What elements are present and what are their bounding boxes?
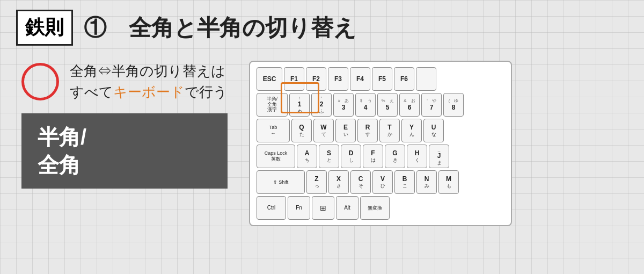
key-g: G き bbox=[385, 145, 405, 168]
key-y: Y ん bbox=[401, 119, 422, 142]
key-u: U な bbox=[423, 119, 444, 142]
key-w: W て bbox=[313, 119, 334, 142]
key-hankaku: 半角/全角漢字 bbox=[257, 93, 288, 117]
row-bottom: Ctrl Fn ⊞ Alt 無変換 bbox=[257, 196, 504, 220]
key-display-line1: 半角/ bbox=[38, 125, 86, 149]
key-1: ! 1 ぬ bbox=[289, 93, 310, 117]
key-shift: ⇧ Shift bbox=[257, 170, 305, 194]
desc-line1: 全角⇔半角の切り替えは bbox=[70, 63, 225, 79]
key-b: B こ bbox=[394, 170, 415, 194]
row-tab: Tab ↔ Q た W て E い R す bbox=[257, 119, 504, 142]
left-section: 全角⇔半角の切り替えは すべてキーボードで行う 半角/ 全角 bbox=[21, 61, 228, 189]
row-caps: Caps Lock 英数 A ち S と D し F は bbox=[257, 145, 504, 168]
key-e: E い bbox=[335, 119, 356, 142]
key-m: M も bbox=[438, 170, 459, 194]
key-alt: Alt bbox=[336, 196, 358, 220]
desc-line2-end: で行う bbox=[185, 84, 228, 100]
row-number: 半角/全角漢字 ! 1 ぬ " 2 ふ # あ 3 ＄ う bbox=[257, 93, 504, 117]
key-display-line2: 全角 bbox=[38, 153, 80, 177]
key-ctrl: Ctrl bbox=[257, 196, 286, 220]
key-n: N み bbox=[416, 170, 437, 194]
desc-line2-highlight: キーボード bbox=[113, 84, 185, 100]
key-c: C そ bbox=[350, 170, 371, 194]
description-row: 全角⇔半角の切り替えは すべてキーボードで行う bbox=[21, 61, 228, 103]
key-x: X さ bbox=[328, 170, 349, 194]
key-muhenkan: 無変換 bbox=[360, 196, 390, 220]
key-display-box: 半角/ 全角 bbox=[21, 113, 228, 189]
key-3: # あ 3 bbox=[333, 93, 354, 117]
key-d: D し bbox=[341, 145, 361, 168]
key-win: ⊞ bbox=[312, 196, 334, 220]
description-text: 全角⇔半角の切り替えは すべてキーボードで行う bbox=[70, 61, 228, 103]
key-5: % え 5 bbox=[377, 93, 398, 117]
key-8: ( ゆ 8 bbox=[443, 93, 464, 117]
key-f1: F1 bbox=[284, 67, 304, 91]
key-esc: ESC bbox=[257, 67, 282, 91]
key-4: ＄ う 4 bbox=[355, 93, 376, 117]
key-f: F は bbox=[363, 145, 383, 168]
key-a: A ち bbox=[297, 145, 317, 168]
badge: 鉄則 bbox=[16, 10, 73, 46]
key-f5: F5 bbox=[372, 67, 392, 91]
key-h: H く bbox=[407, 145, 427, 168]
keyboard-section: ESC F1 F2 F3 F4 F5 F6 半角/全角漢字 ! 1 ぬ bbox=[249, 61, 623, 226]
key-f4: F4 bbox=[350, 67, 370, 91]
header: 鉄則 ① 全角と半角の切り替え bbox=[0, 0, 644, 55]
keyboard: ESC F1 F2 F3 F4 F5 F6 半角/全角漢字 ! 1 ぬ bbox=[249, 61, 512, 226]
key-s: S と bbox=[319, 145, 339, 168]
key-7: ' や 7 bbox=[421, 93, 442, 117]
key-f2: F2 bbox=[306, 67, 326, 91]
key-f6: F6 bbox=[394, 67, 414, 91]
key-6: & お 6 bbox=[399, 93, 420, 117]
key-t: T か bbox=[379, 119, 400, 142]
main-content: 全角⇔半角の切り替えは すべてキーボードで行う 半角/ 全角 ESC F1 F2… bbox=[0, 55, 644, 232]
key-q: Q た bbox=[291, 119, 312, 142]
key-capslock: Caps Lock 英数 bbox=[257, 145, 295, 168]
key-z: Z っ bbox=[306, 170, 327, 194]
row-shift: ⇧ Shift Z っ X さ C そ V ひ B bbox=[257, 170, 504, 194]
key-j: _ J ま bbox=[429, 145, 449, 168]
key-fn: Fn bbox=[288, 196, 310, 220]
key-v: V ひ bbox=[372, 170, 393, 194]
key-r: R す bbox=[357, 119, 378, 142]
circle-icon bbox=[21, 63, 59, 100]
page-title: ① 全角と半角の切り替え bbox=[84, 13, 356, 43]
row-function: ESC F1 F2 F3 F4 F5 F6 bbox=[257, 67, 504, 91]
desc-line2-start: すべて bbox=[70, 84, 113, 100]
key-f-more bbox=[416, 67, 436, 91]
key-f3: F3 bbox=[328, 67, 348, 91]
key-tab: Tab ↔ bbox=[257, 119, 290, 142]
key-2: " 2 ふ bbox=[311, 93, 332, 117]
